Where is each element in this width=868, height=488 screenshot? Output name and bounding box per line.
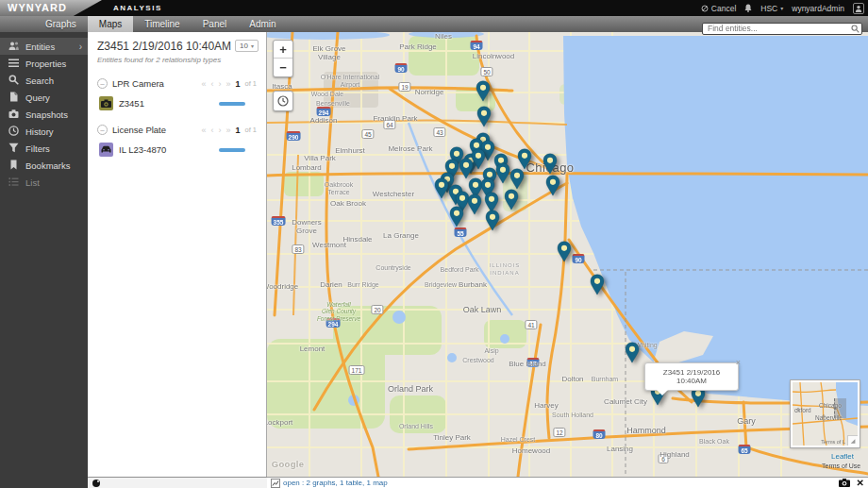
sidebar-item-bookmarks[interactable]: Bookmarks: [0, 157, 88, 174]
map-pin[interactable]: [434, 177, 449, 199]
cancel-icon: [701, 5, 709, 12]
group-pager: «‹›»1of 1: [201, 79, 259, 89]
top-bar: WYNYARD ANALYSIS Cancel HSC ▾ wynyardAdm…: [0, 0, 868, 16]
minimap-toggle-icon[interactable]: ◢: [847, 435, 858, 446]
entity-groups: –LPR Camera«‹›»1of 1Z3451–License Plate«…: [97, 78, 259, 157]
sidebar-item-list[interactable]: List: [0, 174, 88, 191]
map-popup: Z3451 2/19/2016 10:40AM ×: [644, 362, 739, 391]
entity-group: –License Plate«‹›»1of 1IL L23-4870: [97, 125, 259, 157]
zoom-out-button[interactable]: −: [274, 59, 292, 76]
tab-panel[interactable]: Panel: [192, 16, 239, 32]
leaflet-attribution-link[interactable]: Leaflet: [831, 452, 854, 461]
minimap-terms: Terms of L: [821, 439, 845, 445]
filters-icon: [8, 143, 19, 155]
map-pin[interactable]: [449, 206, 464, 227]
status-bar-panel-segment: [88, 477, 267, 488]
map-pin[interactable]: [557, 241, 572, 262]
org-selector[interactable]: HSC ▾: [760, 4, 783, 13]
tab-admin[interactable]: Admin: [238, 16, 287, 32]
history-icon: [8, 126, 19, 138]
pager-last-icon[interactable]: »: [225, 79, 230, 89]
sidebar-item-filters[interactable]: Filters: [0, 140, 88, 157]
entities-panel: Z3451 2/19/2016 10:40AM 10 ▾ Entities fo…: [88, 32, 267, 477]
map-pin[interactable]: [476, 80, 491, 102]
map-pin[interactable]: [590, 274, 605, 295]
open-views-link[interactable]: open : 2 graphs, 1 table, 1 map: [283, 479, 388, 487]
snapshots-icon: [8, 109, 19, 121]
sidebar-item-label: Search: [25, 76, 54, 86]
tab-maps[interactable]: Maps: [88, 16, 133, 32]
collapse-group-button[interactable]: –: [97, 125, 108, 135]
user-menu[interactable]: wynyardAdmin: [792, 4, 844, 13]
user-avatar-button[interactable]: [853, 3, 864, 14]
pager-first-icon[interactable]: «: [201, 79, 206, 89]
pager-prev-icon[interactable]: ‹: [210, 126, 213, 135]
group-header: –License Plate«‹›»1of 1: [97, 125, 259, 135]
map-pin[interactable]: [459, 158, 474, 179]
map-pin[interactable]: [495, 162, 510, 184]
entities-icon: [8, 41, 19, 53]
map-pins-layer: [267, 32, 868, 477]
group-name: License Plate: [112, 125, 166, 135]
map-pin[interactable]: [467, 194, 482, 215]
terms-of-use-link[interactable]: Terms of Use: [822, 463, 860, 469]
map-pin[interactable]: [509, 168, 525, 190]
notifications-button[interactable]: [744, 4, 752, 12]
map-pin[interactable]: [504, 189, 519, 210]
map-pin[interactable]: [476, 106, 492, 127]
bell-icon: [744, 4, 752, 12]
cancel-button[interactable]: Cancel: [701, 4, 736, 13]
time-control-button[interactable]: [273, 91, 293, 111]
map-pin[interactable]: [545, 175, 560, 196]
tab-timeline[interactable]: Timeline: [133, 16, 191, 32]
snapshot-camera-button[interactable]: [839, 479, 850, 487]
product-name: ANALYSIS: [113, 4, 162, 12]
sidebar-item-label: Properties: [25, 59, 66, 69]
list-icon: [8, 177, 19, 189]
search-icon[interactable]: [851, 20, 860, 37]
pager-prev-icon[interactable]: ‹: [210, 79, 213, 89]
sidebar: Entities›PropertiesSearchQuerySnapshotsH…: [0, 32, 88, 477]
panel-subtitle: Entities found for 2 relationship types: [97, 56, 259, 64]
tag-icon[interactable]: [92, 480, 100, 487]
sidebar-item-search[interactable]: Search: [0, 72, 88, 89]
map-popup-text: Z3451 2/19/2016 10:40AM: [663, 368, 721, 385]
sidebar-item-label: Entities: [25, 42, 55, 52]
entity-item[interactable]: Z3451: [99, 96, 259, 110]
bookmarks-icon: [8, 160, 19, 172]
map-pin[interactable]: [517, 148, 532, 170]
map-pin[interactable]: [485, 210, 500, 231]
map-pin[interactable]: [625, 342, 640, 363]
group-name: LPR Camera: [112, 78, 164, 89]
map-pin[interactable]: [542, 153, 558, 175]
pager-next-icon[interactable]: ›: [218, 126, 221, 135]
sidebar-item-history[interactable]: History: [0, 123, 88, 140]
group-pager: «‹›»1of 1: [201, 126, 259, 135]
collapse-group-button[interactable]: –: [97, 78, 108, 89]
map-canvas[interactable]: 9029429029494905557806535519456443502083…: [267, 32, 868, 477]
sidebar-item-label: Filters: [25, 143, 50, 154]
sidebar-item-query[interactable]: Query: [0, 89, 88, 106]
pager-total: of 1: [244, 79, 257, 88]
sidebar-item-properties[interactable]: Properties: [0, 55, 88, 72]
camera-icon: [99, 96, 113, 110]
zoom-control: + −: [273, 40, 293, 77]
close-map-button[interactable]: ✕: [857, 479, 864, 488]
close-icon[interactable]: ×: [736, 358, 741, 367]
page-size-dropdown[interactable]: 10 ▾: [235, 40, 259, 52]
entity-item[interactable]: IL L23-4870: [99, 143, 259, 157]
pager-first-icon[interactable]: «: [201, 126, 206, 135]
search-input[interactable]: [702, 23, 862, 35]
pager-last-icon[interactable]: »: [225, 126, 230, 135]
pager-total: of 1: [244, 126, 257, 134]
zoom-in-button[interactable]: +: [274, 41, 292, 59]
car-icon: [99, 143, 113, 157]
sidebar-item-label: List: [25, 177, 40, 188]
sidebar-item-snapshots[interactable]: Snapshots: [0, 106, 88, 123]
pager-next-icon[interactable]: ›: [218, 79, 221, 89]
minimap-viewport[interactable]: [834, 398, 846, 418]
overview-minimap[interactable]: ckfordChicagoNaperville Terms of L ◢: [791, 380, 860, 447]
sidebar-item-label: Snapshots: [25, 109, 68, 120]
tab-graphs[interactable]: Graphs: [34, 16, 88, 32]
sidebar-item-entities[interactable]: Entities›: [0, 38, 88, 55]
